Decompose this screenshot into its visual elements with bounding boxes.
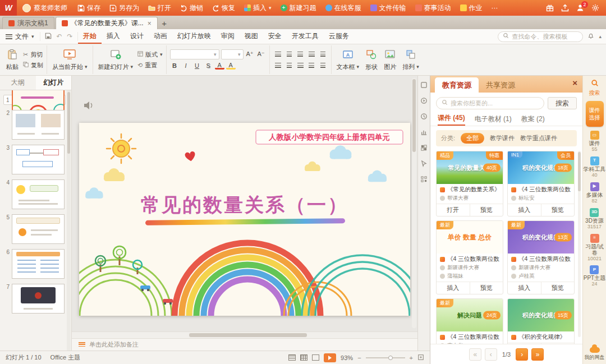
tab-shared-resources[interactable]: 共享资源: [479, 77, 522, 93]
quick-redo-icon[interactable]: ↷: [67, 33, 73, 40]
command-search-box[interactable]: [498, 31, 583, 42]
tab-education-resources[interactable]: 教育资源: [435, 77, 479, 93]
filter-key-points[interactable]: 教学重点课件: [520, 134, 557, 142]
settings-gear-icon[interactable]: [591, 4, 599, 12]
numbered-list-icon[interactable]: [284, 49, 294, 59]
bullet-list-icon[interactable]: [273, 49, 283, 59]
file-menu-button[interactable]: 文件 ▾: [0, 32, 40, 42]
resource-search-input[interactable]: [451, 100, 539, 107]
card-open-button[interactable]: 打开: [437, 204, 470, 216]
category-courseware[interactable]: 课件 (45): [438, 113, 465, 126]
courseware-select-tile[interactable]: 课件 选择: [586, 101, 604, 127]
sidebar-search-button[interactable]: 搜索: [589, 79, 600, 97]
line-spacing-icon[interactable]: [318, 49, 328, 59]
sidebar-item-courseware[interactable]: ▭ 课件 55: [589, 131, 600, 153]
tab-design[interactable]: 设计: [125, 29, 149, 44]
card-insert-button[interactable]: 插入: [508, 282, 541, 294]
picture-button[interactable]: 图片: [382, 49, 398, 71]
save-as-button[interactable]: 另存为: [105, 0, 144, 16]
online-service-button[interactable]: 在线客服: [321, 0, 366, 16]
slide-thumbnail-7[interactable]: 7: [3, 284, 66, 314]
justify-icon[interactable]: [307, 61, 316, 70]
slide-thumbnail-3[interactable]: 3: [3, 145, 66, 174]
textbox-button[interactable]: A 文本框▾: [335, 49, 361, 71]
arrange-button[interactable]: 排列▾: [401, 49, 421, 71]
new-exercise-button[interactable]: + 新建习题: [276, 0, 321, 16]
bell-icon[interactable]: [587, 33, 594, 41]
upload-icon[interactable]: [561, 4, 569, 12]
align-left-icon[interactable]: [273, 61, 283, 70]
card-open-button[interactable]: 打开: [508, 343, 541, 344]
zoom-slider[interactable]: [366, 357, 405, 358]
thumbnail-scrollbar[interactable]: [67, 90, 71, 351]
zoom-level[interactable]: 93%: [341, 354, 353, 361]
tab-security[interactable]: 安全: [263, 29, 287, 44]
cut-button[interactable]: ✂剪切: [23, 50, 43, 59]
canvas-horizontal-scrollbar[interactable]: [72, 331, 417, 338]
tab-review[interactable]: 审阅: [216, 29, 240, 44]
card-preview-button[interactable]: 预览: [470, 282, 503, 294]
object-properties-icon[interactable]: [420, 81, 428, 90]
resource-card[interactable]: 最新 解决问题 24页 《4 三位数乘两位数》 曹人华 插入 预览: [436, 298, 503, 344]
chart-helper-icon[interactable]: [420, 128, 428, 137]
notes-bar[interactable]: 单击此处添加备注: [72, 338, 417, 351]
zoom-in-icon[interactable]: +: [410, 354, 413, 361]
undo-button[interactable]: 撤销: [176, 0, 208, 16]
search-button[interactable]: 搜索: [548, 97, 577, 109]
tab-animation[interactable]: 动画: [149, 29, 172, 44]
sidebar-item-ppt-themes[interactable]: P PPT主题 24: [584, 265, 605, 287]
outline-tab[interactable]: 大纲: [0, 76, 36, 90]
insert-menu-button[interactable]: 插入▾: [240, 0, 276, 16]
animation-pane-icon[interactable]: [420, 97, 428, 106]
close-panel-icon[interactable]: ×: [572, 79, 577, 87]
layout-button[interactable]: 版式▾: [137, 50, 163, 59]
reading-view-icon[interactable]: [312, 354, 319, 361]
file-transfer-button[interactable]: 文件传输: [366, 0, 411, 16]
collapse-ribbon-icon[interactable]: ▴: [599, 34, 602, 39]
bold-button[interactable]: B: [170, 61, 180, 71]
slide-thumbnail-6[interactable]: 6: [3, 249, 66, 279]
fit-slide-icon[interactable]: [417, 354, 424, 362]
resource-card[interactable]: IN1 会员 积的变化规律 18页 《4 三位数乘两位数》 标坛安 插入 预览: [507, 151, 575, 216]
resource-card[interactable]: 积的变化规律 15页 《积的变化规律》 打开 预览: [507, 298, 575, 344]
decrease-font-icon[interactable]: A⁻: [256, 49, 266, 59]
sidebar-item-exercises[interactable]: ≡ 习题/试卷 10021: [583, 234, 606, 262]
slide-thumbnail-5[interactable]: 5: [3, 214, 66, 244]
slide-thumbnail-1[interactable]: 1: [3, 95, 66, 105]
new-slide-button[interactable]: 新建幻灯片▾: [97, 49, 135, 71]
tab-home[interactable]: 开始: [78, 29, 102, 44]
slide-thumbnail-2[interactable]: 2: [3, 110, 66, 140]
app-logo-icon[interactable]: W: [0, 0, 17, 16]
increase-indent-icon[interactable]: [307, 49, 316, 59]
highlight-color-button[interactable]: A: [226, 62, 236, 70]
card-insert-button[interactable]: 插入: [508, 204, 541, 216]
activity-gift-icon[interactable]: [546, 4, 554, 12]
events-button[interactable]: 赛事活动: [411, 0, 456, 16]
font-size-select[interactable]: ▾: [221, 49, 244, 59]
tab-cloud[interactable]: 云服务: [324, 29, 354, 44]
underline-button[interactable]: U: [192, 61, 202, 71]
filter-teaching[interactable]: 教学课件: [490, 134, 515, 142]
theme-name[interactable]: Office 主题: [50, 353, 81, 362]
quick-save-icon[interactable]: [45, 33, 52, 41]
clock-icon[interactable]: [420, 113, 428, 122]
zoom-slider-handle[interactable]: [388, 356, 393, 360]
slide-canvas[interactable]: 人教版小学数学四年级上册第四单元 常见的数量关系（一）: [79, 123, 410, 316]
new-tab-button[interactable]: +: [159, 17, 170, 29]
category-lesson-plan[interactable]: 教案 (2): [521, 114, 545, 124]
slide-sorter-icon[interactable]: [300, 354, 307, 361]
copy-button[interactable]: 复制: [23, 61, 43, 70]
card-preview-button[interactable]: 预览: [470, 204, 503, 216]
selection-pane-icon[interactable]: [420, 160, 428, 169]
command-search-input[interactable]: [512, 33, 578, 40]
save-button[interactable]: 保存: [73, 0, 105, 16]
more-button[interactable]: ···: [487, 0, 503, 16]
prev-page-button[interactable]: ‹: [485, 348, 497, 361]
decrease-indent-icon[interactable]: [296, 49, 305, 59]
tab-insert[interactable]: 插入: [102, 29, 125, 44]
card-insert-button[interactable]: 插入: [437, 282, 470, 294]
next-page-button[interactable]: ›: [516, 348, 528, 361]
material-library-icon[interactable]: [420, 144, 428, 153]
reset-button[interactable]: ⟲重置: [137, 61, 163, 70]
cards-scrollbar[interactable]: [578, 151, 581, 337]
